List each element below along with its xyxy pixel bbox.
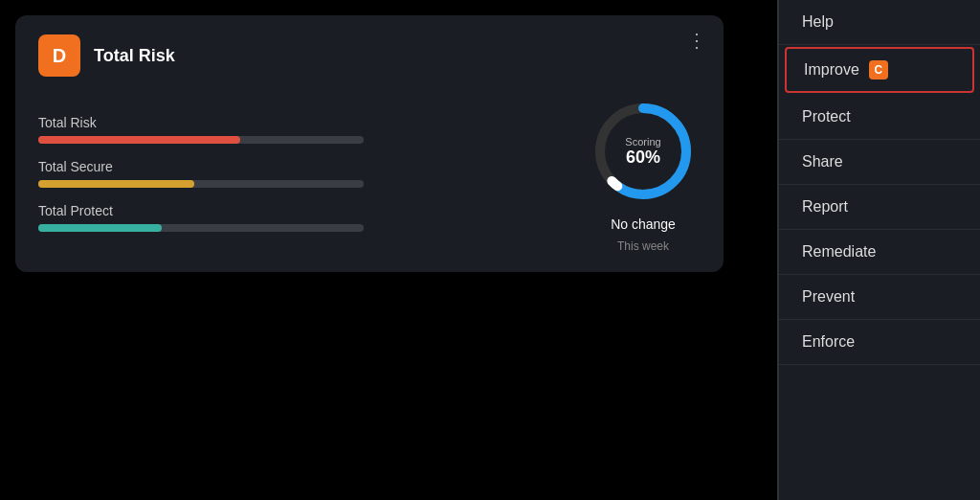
this-week-label: This week: [617, 239, 669, 253]
menu-item-report[interactable]: Report: [779, 185, 980, 230]
menu-item-remediate[interactable]: Remediate: [779, 230, 980, 275]
metric-total-risk: Total Risk: [38, 115, 557, 144]
avatar: D: [38, 34, 80, 77]
risk-progress-bg: [38, 136, 364, 144]
menu-item-protect[interactable]: Protect: [779, 95, 980, 140]
secure-progress-fill: [38, 180, 194, 188]
menu-item-enforce[interactable]: Enforce: [779, 320, 980, 365]
help-label: Help: [802, 13, 834, 31]
share-label: Share: [802, 153, 843, 170]
menu-item-help[interactable]: Help: [779, 0, 980, 45]
metric-risk-label: Total Risk: [38, 115, 557, 130]
menu-item-improve[interactable]: Improve C: [785, 47, 974, 93]
context-menu: Help Improve C Protect Share Report Reme…: [779, 0, 980, 500]
remediate-label: Remediate: [802, 243, 876, 261]
protect-progress-fill: [38, 224, 162, 232]
improve-badge: C: [869, 60, 888, 80]
improve-label: Improve: [804, 61, 859, 79]
protect-progress-bg: [38, 224, 364, 232]
risk-card: D Total Risk ⋮ Total Risk Total Secure: [15, 15, 724, 272]
metric-total-protect: Total Protect: [38, 203, 557, 232]
secure-progress-bg: [38, 180, 364, 188]
scoring-percent: 60%: [625, 148, 660, 168]
no-change-label: No change: [611, 216, 676, 232]
menu-item-prevent[interactable]: Prevent: [779, 275, 980, 320]
card-header: D Total Risk: [38, 34, 701, 77]
risk-progress-fill: [38, 136, 240, 144]
metric-total-secure: Total Secure: [38, 159, 557, 188]
metric-protect-label: Total Protect: [38, 203, 557, 218]
enforce-label: Enforce: [802, 333, 855, 351]
donut-label: Scoring 60%: [625, 136, 660, 168]
prevent-label: Prevent: [802, 288, 855, 306]
metrics-section: Total Risk Total Secure Total Protect: [38, 94, 701, 253]
score-section: Scoring 60% No change This week: [586, 94, 701, 253]
card-title: Total Risk: [94, 46, 175, 66]
metric-secure-label: Total Secure: [38, 159, 557, 174]
menu-item-share[interactable]: Share: [779, 140, 980, 185]
donut-chart: Scoring 60%: [586, 94, 701, 209]
report-label: Report: [802, 198, 848, 216]
more-options-button[interactable]: ⋮: [687, 31, 708, 50]
protect-label: Protect: [802, 108, 851, 125]
main-area: D Total Risk ⋮ Total Risk Total Secure: [0, 0, 777, 500]
scoring-text: Scoring: [625, 136, 660, 148]
metrics-list: Total Risk Total Secure Total Protect: [38, 115, 557, 232]
